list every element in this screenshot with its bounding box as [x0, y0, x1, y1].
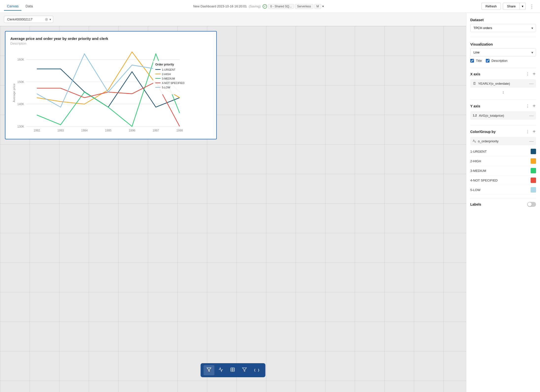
color-swatch[interactable]: [531, 158, 536, 164]
svg-text:4-NOT SPECIFIED: 4-NOT SPECIFIED: [162, 82, 185, 84]
mode-label[interactable]: M: [314, 4, 321, 9]
labels-section: Labels: [470, 199, 536, 207]
color-swatch[interactable]: [531, 187, 536, 193]
chart-svg: 160K 150K 140K 130K Average price 1992 1…: [10, 48, 211, 132]
y-axis-more-btn[interactable]: ⋮: [525, 103, 530, 109]
refresh-button[interactable]: Refresh: [481, 3, 501, 10]
header-center: New Dashboard 2023-10-16 16:20:01 (Savin…: [40, 4, 477, 9]
tab-canvas[interactable]: Canvas: [4, 2, 21, 11]
svg-text:130K: 130K: [17, 125, 24, 128]
svg-text:3-MEDIUM: 3-MEDIUM: [162, 77, 175, 80]
color-items-container: 1-URGENT 2-HIGH 3-MEDIUM 4-NOT SPECIFIED…: [470, 147, 536, 195]
svg-text:2-HIGH: 2-HIGH: [162, 73, 171, 76]
chevron-down-icon[interactable]: ▾: [322, 4, 324, 8]
description-checkbox-row: Description: [486, 59, 507, 63]
y-axis-icons: ⋮ +: [525, 103, 536, 109]
y-axis-add-btn[interactable]: +: [532, 103, 536, 109]
description-checkbox-label: Description: [491, 59, 507, 63]
saving-label: (Saving): [249, 4, 261, 8]
header: Canvas Data New Dashboard 2023-10-16 16:…: [0, 0, 540, 13]
filter-toolbar-btn[interactable]: [203, 365, 214, 375]
color-item: 1-URGENT: [470, 147, 536, 156]
chart-widget: Average price and order year by order pr…: [5, 31, 217, 139]
x-axis-remove-btn[interactable]: —: [529, 81, 534, 86]
share-caret-button[interactable]: ▾: [520, 3, 526, 10]
svg-text:Order priority: Order priority: [155, 63, 174, 66]
chart-options: Title Description: [470, 59, 536, 64]
svg-text:160K: 160K: [17, 58, 24, 61]
labels-toggle[interactable]: [527, 202, 536, 207]
x-axis-field: YEARLY(o_orderdate): [478, 82, 527, 85]
color-group-remove-btn[interactable]: —: [529, 139, 534, 143]
title-checkbox-row: Title: [470, 59, 482, 63]
color-item: 3-MEDIUM: [470, 166, 536, 176]
svg-text:1-URGENT: 1-URGENT: [162, 68, 175, 71]
color-group-field: o_orderpriority: [478, 139, 527, 143]
color-group-header: Color/Group by ⋮ +: [470, 128, 536, 135]
svg-text:140K: 140K: [17, 102, 24, 106]
color-swatch[interactable]: [531, 178, 536, 183]
more-options-button[interactable]: ⋮: [528, 3, 536, 10]
svg-text:1994: 1994: [81, 129, 88, 132]
y-axis-item: 1.2 AVG(o_totalprice) —: [470, 111, 536, 120]
chart-toolbar-btn[interactable]: [215, 365, 226, 375]
color-group-label: Color/Group by: [470, 130, 496, 134]
code-toolbar-btn[interactable]: { }: [251, 365, 262, 375]
status-icon: [263, 4, 267, 9]
svg-text:1995: 1995: [105, 129, 111, 132]
svg-text:5-LOW: 5-LOW: [162, 86, 170, 89]
svg-text:1996: 1996: [129, 129, 135, 132]
title-checkbox[interactable]: [470, 59, 474, 63]
color-swatch[interactable]: [531, 149, 536, 154]
color-group-add-btn[interactable]: +: [532, 128, 536, 135]
filter-chip[interactable]: Clerk#000002117 ⊗ ▾: [4, 16, 53, 23]
chart-description: Description: [10, 42, 211, 45]
filter-clear-icon[interactable]: ⊗: [45, 17, 48, 22]
svg-text:1997: 1997: [152, 129, 159, 132]
funnel-toolbar-btn[interactable]: [239, 365, 250, 375]
x-axis-more-btn[interactable]: ⋮: [525, 71, 530, 77]
filter-caret-icon[interactable]: ▾: [50, 18, 51, 21]
color-group-more-btn[interactable]: ⋮: [525, 129, 530, 134]
dashboard-title: New Dashboard 2023-10-16 16:20:01: [193, 4, 247, 8]
connection-status: 0 - Shared SQ... Serverless M ▾: [263, 4, 324, 9]
visualization-select-wrapper: Line: [470, 48, 536, 56]
x-axis-add-btn[interactable]: +: [532, 71, 536, 77]
x-axis-header: X axis ⋮ +: [470, 71, 536, 77]
color-group-icons: ⋮ +: [525, 128, 536, 135]
calendar-icon: 🗓: [473, 82, 476, 85]
color-item-label: 3-MEDIUM: [470, 169, 486, 173]
dataset-section: Dataset TPCH orders: [470, 18, 536, 32]
chart-title: Average price and order year by order pr…: [10, 36, 211, 41]
main-layout: Clerk#000002117 ⊗ ▾ Average price and or…: [0, 13, 540, 392]
color-item-label: 5-LOW: [470, 188, 480, 192]
filter-bar: Clerk#000002117 ⊗ ▾: [0, 13, 466, 26]
bottom-toolbar: { }: [201, 363, 265, 377]
color-item-label: 1-URGENT: [470, 150, 487, 153]
filter-chip-value: Clerk#000002117: [7, 17, 43, 21]
header-actions: Refresh Share ▾ ⋮: [481, 3, 536, 10]
color-item-label: 2-HIGH: [470, 159, 481, 163]
color-item-label: 4-NOT SPECIFIED: [470, 179, 498, 182]
labels-label: Labels: [470, 202, 481, 206]
table-toolbar-btn[interactable]: [227, 365, 238, 375]
y-axis-remove-btn[interactable]: —: [529, 113, 534, 118]
dataset-select-wrapper: TPCH orders: [470, 24, 536, 32]
svg-text:150K: 150K: [17, 80, 24, 83]
tab-data[interactable]: Data: [22, 2, 36, 11]
right-panel: Dataset TPCH orders Visualization Line T…: [466, 13, 540, 392]
visualization-label: Visualization: [470, 42, 536, 46]
axis-swap[interactable]: ↕: [470, 89, 536, 96]
dataset-select[interactable]: TPCH orders: [470, 24, 536, 32]
description-checkbox[interactable]: [486, 59, 489, 63]
color-item: 4-NOT SPECIFIED: [470, 176, 536, 185]
connection-label: 0 - Shared SQ...: [268, 4, 294, 9]
color-swatch[interactable]: [531, 168, 536, 173]
visualization-select[interactable]: Line: [470, 48, 536, 56]
share-button[interactable]: Share: [503, 3, 520, 10]
y-axis-header: Y axis ⋮ +: [470, 103, 536, 109]
x-axis-section: X axis ⋮ + 🗓 YEARLY(o_orderdate) — ↕: [470, 67, 536, 96]
svg-text:1993: 1993: [57, 129, 64, 132]
x-axis-label: X axis: [470, 72, 480, 76]
svg-text:1998: 1998: [176, 129, 183, 132]
